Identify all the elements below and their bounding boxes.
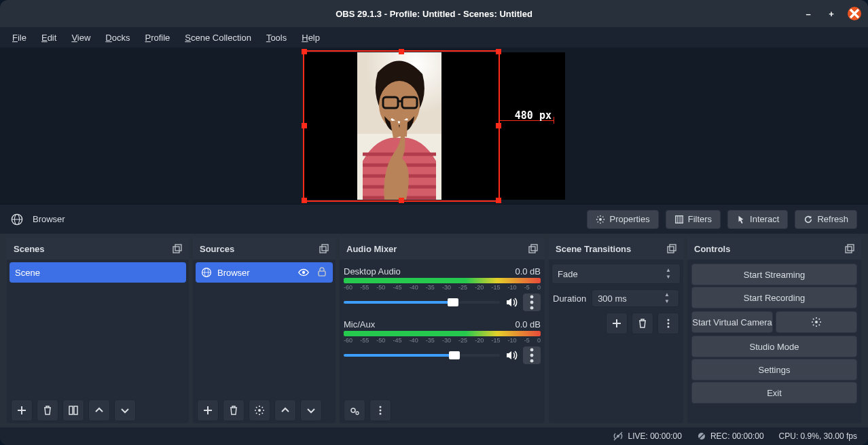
size-guide-cap	[499, 117, 499, 124]
source-settings-button[interactable]	[249, 399, 270, 421]
track-menu-button[interactable]	[523, 293, 541, 311]
refresh-icon	[803, 215, 813, 224]
mixer-advanced-button[interactable]	[344, 399, 365, 421]
scene-filter-button[interactable]	[62, 399, 84, 421]
start-streaming-button[interactable]: Start Streaming	[691, 264, 857, 285]
eye-icon[interactable]	[297, 266, 310, 279]
window-title: OBS 29.1.3 - Profile: Untitled - Scenes:…	[336, 9, 532, 19]
refresh-button[interactable]: Refresh	[795, 210, 857, 229]
resize-handle[interactable]	[302, 198, 307, 203]
svg-point-14	[600, 218, 602, 221]
move-down-button[interactable]	[300, 399, 322, 421]
chevron-up-icon: ▲	[661, 291, 673, 298]
source-item[interactable]: Browser	[196, 262, 333, 283]
popout-icon[interactable]	[667, 244, 676, 253]
speaker-icon[interactable]	[505, 296, 518, 308]
transition-value: Fade	[558, 269, 578, 279]
speaker-icon[interactable]	[505, 349, 518, 361]
preview-area[interactable]: 480 px	[0, 48, 868, 204]
audio-meter	[344, 278, 541, 283]
resize-handle[interactable]	[302, 49, 307, 54]
move-up-button[interactable]	[274, 399, 296, 421]
trash-icon	[228, 405, 239, 416]
remove-transition-button[interactable]	[632, 313, 653, 334]
transition-menu-button[interactable]	[657, 313, 679, 334]
filters-button[interactable]: Filters	[666, 210, 721, 229]
selection-outline[interactable]: 480 px	[303, 50, 500, 202]
chevron-up-icon	[94, 405, 105, 416]
menu-scene-collection[interactable]: Scene Collection	[185, 33, 251, 43]
menu-file[interactable]: File	[12, 33, 26, 43]
resize-handle[interactable]	[399, 49, 404, 54]
volume-slider[interactable]	[344, 354, 500, 357]
filters-icon	[674, 215, 684, 224]
popout-icon[interactable]	[845, 244, 854, 253]
virtual-camera-settings-button[interactable]	[776, 311, 857, 333]
menu-edit[interactable]: Edit	[41, 33, 56, 43]
pointer-icon	[736, 215, 746, 224]
svg-rect-24	[322, 245, 328, 251]
controls-panel: Controls Start Streaming Start Recording…	[687, 238, 861, 423]
svg-rect-50	[848, 245, 854, 251]
svg-rect-32	[531, 245, 537, 251]
menu-help[interactable]: Help	[302, 33, 320, 43]
audio-meter	[344, 331, 541, 336]
interact-button[interactable]: Interact	[727, 210, 788, 229]
dots-vertical-icon	[663, 318, 674, 329]
add-source-button[interactable]	[197, 399, 219, 421]
menu-view[interactable]: View	[71, 33, 90, 43]
duration-input[interactable]: 300 ms ▲▼	[592, 289, 679, 307]
gear-icon	[811, 317, 822, 327]
trash-icon	[637, 318, 648, 329]
remove-source-button[interactable]	[223, 399, 245, 421]
gear-icon	[254, 405, 265, 416]
start-virtual-camera-button[interactable]: Start Virtual Camera	[691, 311, 773, 333]
move-up-button[interactable]	[88, 399, 110, 421]
move-down-button[interactable]	[114, 399, 136, 421]
preview-canvas[interactable]: 480 px	[303, 52, 565, 200]
dots-vertical-icon	[523, 293, 541, 311]
menu-docks[interactable]: Docks	[105, 33, 130, 43]
grid-icon	[68, 405, 79, 416]
svg-point-47	[668, 323, 670, 325]
track-menu-button[interactable]	[523, 346, 541, 364]
popout-icon[interactable]	[528, 244, 538, 253]
properties-button[interactable]: Properties	[587, 210, 658, 229]
menu-profile[interactable]: Profile	[145, 33, 170, 43]
transitions-panel: Scene Transitions Fade ▲▼ Duration 300 m…	[549, 238, 683, 423]
mixer-menu-button[interactable]	[369, 399, 391, 421]
svg-point-38	[530, 359, 534, 363]
resize-handle[interactable]	[496, 198, 501, 203]
settings-button[interactable]: Settings	[691, 359, 857, 380]
track-name: Mic/Aux	[344, 319, 375, 330]
svg-rect-45	[670, 245, 676, 251]
plus-icon	[16, 405, 27, 416]
meter-ticks: -60-55-50-45-40-35-30-25-20-15-10-50	[344, 284, 541, 291]
transitions-title: Scene Transitions	[556, 244, 631, 254]
resize-handle[interactable]	[496, 123, 501, 128]
lock-icon[interactable]	[317, 266, 327, 277]
selected-source-label: Browser	[33, 214, 65, 224]
add-scene-button[interactable]	[11, 399, 33, 421]
start-recording-button[interactable]: Start Recording	[691, 287, 857, 308]
popout-icon[interactable]	[319, 244, 329, 253]
remove-scene-button[interactable]	[37, 399, 58, 421]
scene-item[interactable]: Scene	[10, 262, 186, 283]
maximize-button[interactable]: +	[825, 7, 838, 20]
add-transition-button[interactable]	[606, 313, 628, 334]
exit-button[interactable]: Exit	[691, 382, 857, 404]
studio-mode-button[interactable]: Studio Mode	[691, 336, 857, 357]
minimize-button[interactable]: –	[801, 7, 815, 20]
chevron-up-icon	[280, 405, 291, 416]
menu-tools[interactable]: Tools	[266, 33, 287, 43]
volume-slider[interactable]	[344, 301, 500, 304]
sources-title: Sources	[200, 244, 234, 254]
resize-handle[interactable]	[496, 49, 501, 54]
popout-icon[interactable]	[173, 244, 182, 253]
transition-select[interactable]: Fade ▲▼	[551, 264, 681, 284]
resize-handle[interactable]	[302, 123, 307, 128]
duration-value: 300 ms	[598, 293, 627, 304]
close-button[interactable]	[848, 7, 861, 20]
resize-handle[interactable]	[399, 198, 404, 203]
scenes-title: Scenes	[14, 244, 45, 254]
